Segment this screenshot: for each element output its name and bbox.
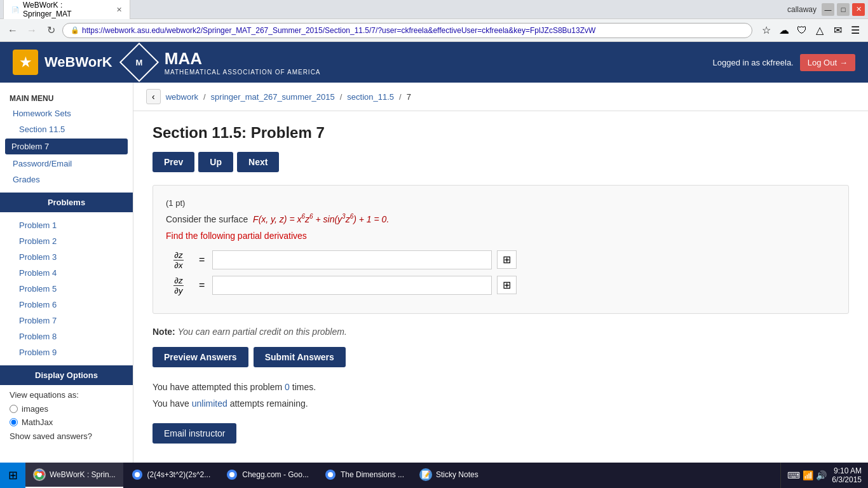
action-buttons: Preview Answers Submit Answers — [153, 347, 849, 367]
header-right: Logged in as ckfreela. Log Out → — [713, 54, 855, 71]
sidebar-item-problem-4[interactable]: Problem 4 — [0, 265, 133, 281]
problem-equation: F(x, y, z) = x6z6 + sin(y3z6) + 1 = 0. — [253, 214, 389, 224]
partial-z-y-row: ∂z ∂y = ⊞ — [166, 275, 836, 295]
sidebar-item-problem-9[interactable]: Problem 9 — [0, 344, 133, 360]
submit-answers-btn[interactable]: Submit Answers — [254, 347, 346, 367]
note-label: Note: — [153, 327, 175, 337]
sidebar-item-problem-8[interactable]: Problem 8 — [0, 329, 133, 344]
unlimited-text: You have unlimited attempts remaining. — [153, 396, 849, 410]
attempts-text: You have attempted this problem 0 times. — [153, 380, 849, 394]
sidebar-item-problem-3[interactable]: Problem 3 — [0, 249, 133, 265]
url-bar[interactable]: 🔒 https://webwork.asu.edu/webwork2/Sprin… — [62, 23, 752, 38]
window-controls: callaway — □ ✕ — [785, 3, 865, 16]
breadcrumb-section[interactable]: section_11.5 — [347, 92, 394, 102]
window-user: callaway — [785, 3, 819, 16]
svg-point-7 — [328, 472, 333, 477]
svg-point-5 — [229, 472, 234, 477]
cloud-icon[interactable]: ☁ — [776, 23, 792, 38]
maa-diamond-icon: M — [119, 43, 159, 82]
images-radio-option[interactable]: images — [0, 402, 133, 416]
images-radio[interactable] — [10, 405, 18, 413]
maa-logo: M MAA MATHEMATICAL ASSOCIATION OF AMERIC… — [125, 48, 713, 76]
mail-icon[interactable]: ✉ — [830, 23, 845, 38]
taskbar-start-btn[interactable]: ⊞ — [0, 463, 25, 488]
reload-btn[interactable]: ↻ — [43, 23, 58, 38]
prev-btn[interactable]: Prev — [153, 152, 194, 172]
preview-answers-btn[interactable]: Preview Answers — [153, 347, 248, 367]
grid-btn-z-y[interactable]: ⊞ — [497, 276, 517, 294]
minimize-btn[interactable]: — — [822, 3, 834, 16]
logged-in-text: Logged in as ckfreela. — [713, 58, 794, 67]
email-instructor-btn[interactable]: Email instructor — [153, 423, 236, 444]
breadcrumb: ‹ webwork / springer_mat_267_summer_2015… — [133, 83, 868, 111]
show-saved-label: Show saved answers? — [0, 429, 133, 444]
sidebar-item-section-11-5[interactable]: Section 11.5 — [0, 121, 133, 137]
sidebar-item-password-email[interactable]: Password/Email — [0, 156, 133, 172]
attempt-count: 0 — [285, 382, 290, 392]
display-options-header: Display Options — [0, 365, 133, 385]
partial-z-x-row: ∂z ∂x = ⊞ — [166, 250, 836, 270]
logout-btn[interactable]: Log Out → — [800, 54, 855, 71]
problem-content: Section 11.5: Problem 7 Prev Up Next (1 … — [133, 111, 868, 456]
sidebar-item-problem-2[interactable]: Problem 2 — [0, 233, 133, 249]
taskbar-webwork-label: WeBWorK : Sprin... — [50, 470, 116, 479]
tab-title: WeBWorK : Springer_MAT — [23, 1, 110, 18]
taskbar-item-webwork[interactable]: WeBWorK : Sprin... — [25, 463, 123, 488]
windows-icon: ⊞ — [8, 468, 18, 482]
answer-input-z-y[interactable] — [212, 276, 492, 295]
taskbar-chrome-icon-2 — [131, 468, 144, 481]
close-btn[interactable]: ✕ — [852, 3, 865, 16]
sidebar-item-homework-sets[interactable]: Homework Sets — [0, 105, 133, 121]
title-bar: 📄 WeBWorK : Springer_MAT ✕ callaway — □ … — [0, 0, 868, 19]
problems-header: Problems — [0, 193, 133, 212]
logout-arrow-icon: → — [839, 58, 848, 67]
keyboard-icon: ⌨ — [787, 470, 800, 480]
taskbar-items: WeBWorK : Sprin... (2(4s+3t^2)(2s^2... C… — [25, 463, 780, 488]
sidebar-item-grades[interactable]: Grades — [0, 172, 133, 187]
url-secure-icon: 🔒 — [71, 26, 79, 34]
taskbar-item-sticky[interactable]: 📝 Sticky Notes — [412, 463, 486, 488]
note-body: You can earn partial credit on this prob… — [178, 327, 347, 337]
taskbar-item-chegg[interactable]: Chegg.com - Goo... — [218, 463, 316, 488]
mathjax-radio[interactable] — [10, 418, 18, 426]
taskbar-chrome-icon-1 — [33, 468, 46, 481]
taskbar-calc-label: (2(4s+3t^2)(2s^2... — [147, 470, 211, 479]
bookmark-icon[interactable]: ☆ — [759, 23, 774, 38]
taskbar-chrome-icon-4 — [324, 468, 337, 481]
menu-icon[interactable]: ☰ — [848, 23, 863, 38]
next-btn[interactable]: Next — [237, 152, 279, 172]
answer-input-z-x[interactable] — [212, 250, 492, 269]
breadcrumb-webwork[interactable]: webwork — [166, 92, 198, 102]
sidebar-item-problem-5[interactable]: Problem 5 — [0, 281, 133, 297]
main-menu-label: MAIN MENU — [0, 89, 133, 105]
taskbar-item-dimensions[interactable]: The Dimensions ... — [316, 463, 412, 488]
taskbar-sys-icons: ⌨ 📶 🔊 — [787, 470, 827, 480]
taskbar-item-calc[interactable]: (2(4s+3t^2)(2s^2... — [123, 463, 219, 488]
address-bar: ← → ↻ 🔒 https://webwork.asu.edu/webwork2… — [0, 19, 868, 42]
grid-btn-z-x[interactable]: ⊞ — [497, 250, 517, 269]
tab-favicon: 📄 — [11, 6, 19, 13]
app-header: ★ WeBWorK M MAA MATHEMATICAL ASSOCIATION… — [0, 42, 868, 83]
tab-close-btn[interactable]: ✕ — [116, 6, 122, 14]
up-btn[interactable]: Up — [198, 152, 233, 172]
volume-icon: 🔊 — [816, 470, 827, 480]
sidebar-item-problem-1[interactable]: Problem 1 — [0, 217, 133, 233]
breadcrumb-back-btn[interactable]: ‹ — [146, 89, 161, 104]
maa-text-block: MAA MATHEMATICAL ASSOCIATION OF AMERICA — [165, 49, 321, 76]
shield-icon[interactable]: 🛡 — [794, 23, 810, 38]
maximize-btn[interactable]: □ — [837, 3, 850, 16]
note-text: Note: You can earn partial credit on thi… — [153, 327, 849, 337]
taskbar-sticky-icon: 📝 — [419, 468, 432, 481]
back-nav-btn[interactable]: ← — [5, 23, 20, 38]
sidebar-item-problem-7-list[interactable]: Problem 7 — [0, 313, 133, 329]
body-layout: MAIN MENU Homework Sets Section 11.5 Pro… — [0, 83, 868, 463]
sidebar-item-problem-6[interactable]: Problem 6 — [0, 297, 133, 313]
sidebar-item-problem-7[interactable]: Problem 7 — [5, 139, 128, 154]
mathjax-radio-option[interactable]: MathJax — [0, 416, 133, 429]
forward-nav-btn[interactable]: → — [24, 23, 39, 38]
drive-icon[interactable]: △ — [812, 23, 827, 38]
browser-tab[interactable]: 📄 WeBWorK : Springer_MAT ✕ — [3, 0, 130, 21]
taskbar-date: 6/3/2015 — [832, 475, 862, 484]
problem-box: (1 pt) Consider the surface F(x, y, z) =… — [153, 185, 849, 314]
breadcrumb-course[interactable]: springer_mat_267_summer_2015 — [211, 92, 335, 102]
